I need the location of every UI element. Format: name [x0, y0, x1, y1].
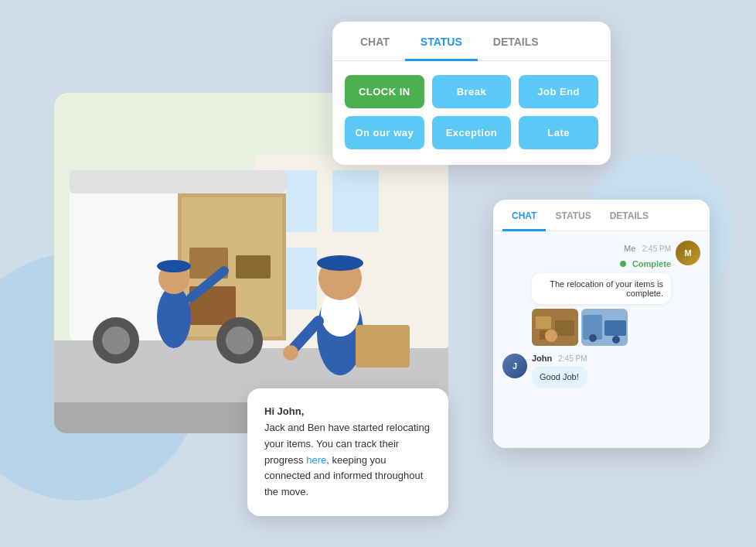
sender-name-john: John — [532, 354, 552, 363]
message-meta-me: Me 2:45 PM Complete The relocation of yo… — [532, 241, 671, 346]
chat-tab-status[interactable]: STATUS — [546, 200, 600, 231]
image-thumb-1 — [532, 309, 578, 346]
message-text-me: The relocation of your items is complete… — [532, 273, 671, 304]
status-card: CHAT STATUS DETAILS CLOCK IN Break Job E… — [332, 22, 611, 165]
job-end-button[interactable]: Job End — [519, 75, 598, 108]
greeting-text: Hi John, — [264, 405, 304, 417]
status-buttons: CLOCK IN Break Job End On our way Except… — [332, 61, 611, 149]
chat-card-tabs: CHAT STATUS DETAILS — [493, 200, 710, 231]
sender-name-me: Me — [624, 244, 635, 253]
message-row-john: J John 2:45 PM Good Job! — [502, 354, 700, 388]
exception-button[interactable]: Exception — [432, 116, 512, 149]
chat-body: Me 2:45 PM Complete The relocation of yo… — [493, 231, 710, 448]
chat-card: CHAT STATUS DETAILS Me 2:45 PM Complete … — [493, 200, 710, 448]
svg-point-24 — [317, 255, 363, 271]
tab-details[interactable]: DETAILS — [478, 22, 554, 61]
svg-point-19 — [157, 260, 191, 272]
chat-tab-chat[interactable]: CHAT — [502, 200, 546, 231]
status-card-tabs: CHAT STATUS DETAILS — [332, 22, 611, 61]
svg-rect-30 — [536, 316, 551, 329]
avatar-john: J — [502, 354, 527, 378]
tab-chat[interactable]: CHAT — [345, 22, 405, 61]
svg-point-17 — [157, 286, 191, 348]
svg-point-37 — [589, 334, 597, 342]
status-complete: Complete — [632, 259, 671, 268]
svg-point-16 — [226, 326, 254, 354]
image-thumb-2 — [581, 309, 628, 346]
message-text-john: Good Job! — [532, 366, 587, 388]
late-button[interactable]: Late — [519, 116, 598, 149]
track-link[interactable]: here — [306, 454, 326, 466]
message-row-me: Me 2:45 PM Complete The relocation of yo… — [502, 241, 700, 346]
svg-point-27 — [283, 345, 298, 361]
break-button[interactable]: Break — [432, 75, 512, 108]
svg-rect-36 — [604, 320, 626, 336]
text-message-bubble: Hi John, Jack and Ben have started reloc… — [247, 388, 448, 516]
svg-rect-25 — [356, 325, 410, 368]
status-dot — [620, 261, 626, 267]
svg-point-14 — [102, 326, 130, 354]
svg-rect-4 — [332, 170, 379, 232]
message-content-john: John 2:45 PM Good Job! — [532, 354, 587, 388]
on-our-way-button[interactable]: On our way — [345, 116, 424, 149]
svg-rect-11 — [236, 255, 271, 279]
svg-rect-31 — [555, 320, 574, 336]
svg-point-38 — [612, 336, 620, 344]
clock-in-button[interactable]: CLOCK IN — [345, 75, 424, 108]
chat-tab-details[interactable]: DETAILS — [601, 200, 658, 231]
tab-status[interactable]: STATUS — [405, 22, 478, 61]
message-time-john: 2:45 PM — [558, 354, 587, 363]
svg-rect-7 — [70, 170, 286, 193]
message-time-me: 2:45 PM — [642, 244, 671, 253]
svg-point-33 — [545, 330, 557, 342]
avatar-me: M — [676, 241, 700, 265]
message-images — [532, 309, 671, 346]
message-bubble-me: The relocation of your items is complete… — [532, 273, 671, 346]
